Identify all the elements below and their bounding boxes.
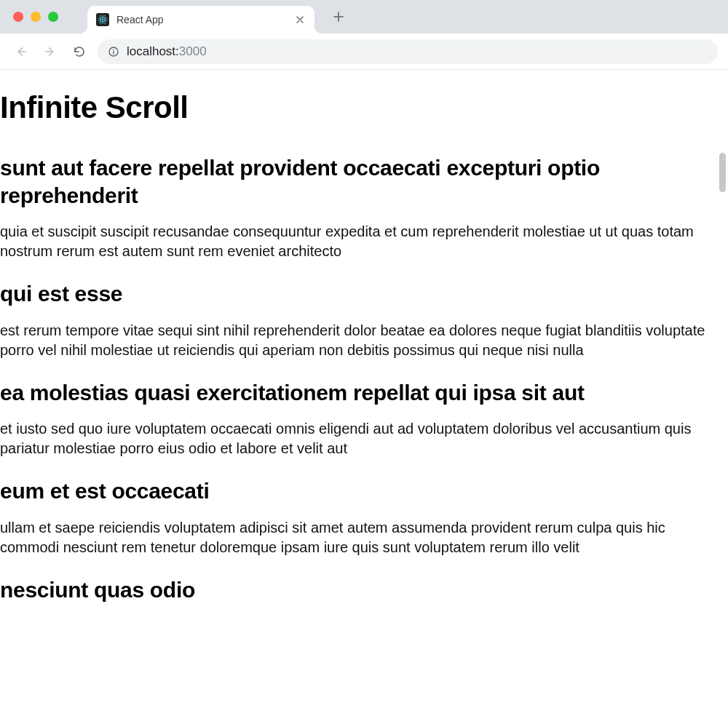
address-bar[interactable]: localhost:3000 <box>98 39 718 64</box>
new-tab-button[interactable] <box>328 6 349 28</box>
post-title: eum et est occaecati <box>0 477 728 505</box>
tab-title: React App <box>116 14 287 25</box>
url-host: localhost: <box>127 44 179 58</box>
back-button[interactable] <box>10 41 32 63</box>
post-title: ea molestias quasi exercitationem repell… <box>0 379 728 407</box>
post: sunt aut facere repellat provident occae… <box>0 154 728 261</box>
post-body: quia et suscipit suscipit recusandae con… <box>0 222 713 261</box>
window-controls <box>13 0 58 33</box>
page-content: Infinite Scroll sunt aut facere repellat… <box>0 90 728 603</box>
close-tab-button[interactable] <box>294 14 306 25</box>
page-title: Infinite Scroll <box>0 90 728 125</box>
tab-active[interactable]: React App <box>87 6 314 33</box>
post-body: est rerum tempore vitae sequi sint nihil… <box>0 321 713 360</box>
post-title: qui est esse <box>0 280 728 308</box>
svg-point-5 <box>113 49 114 50</box>
close-icon <box>296 16 304 23</box>
url-port: 3000 <box>179 44 207 58</box>
plus-icon <box>333 12 344 22</box>
arrow-left-icon <box>15 45 28 58</box>
forward-button[interactable] <box>39 41 61 63</box>
page-viewport[interactable]: Infinite Scroll sunt aut facere repellat… <box>0 70 728 708</box>
arrow-right-icon <box>44 45 57 58</box>
close-window-button[interactable] <box>13 12 23 22</box>
page-scrollbar-thumb[interactable] <box>719 153 726 192</box>
reload-button[interactable] <box>68 41 90 63</box>
maximize-window-button[interactable] <box>48 12 58 22</box>
browser-chrome: React App <box>0 0 728 70</box>
post-body: ullam et saepe reiciendis voluptatem adi… <box>0 518 713 557</box>
post: qui est esse est rerum tempore vitae seq… <box>0 280 728 360</box>
react-icon <box>96 13 109 26</box>
url-text: localhost:3000 <box>127 44 207 59</box>
post: nesciunt quas odio <box>0 576 728 604</box>
svg-point-0 <box>102 19 104 21</box>
info-icon <box>108 46 119 57</box>
post-body: et iusto sed quo iure voluptatem occaeca… <box>0 419 713 458</box>
post-title: sunt aut facere repellat provident occae… <box>0 154 728 209</box>
post: ea molestias quasi exercitationem repell… <box>0 379 728 459</box>
post: eum et est occaecati ullam et saepe reic… <box>0 477 728 557</box>
browser-toolbar: localhost:3000 <box>0 33 728 70</box>
reload-icon <box>73 45 86 58</box>
post-title: nesciunt quas odio <box>0 576 728 604</box>
tab-strip: React App <box>0 0 728 33</box>
minimize-window-button[interactable] <box>31 12 41 22</box>
